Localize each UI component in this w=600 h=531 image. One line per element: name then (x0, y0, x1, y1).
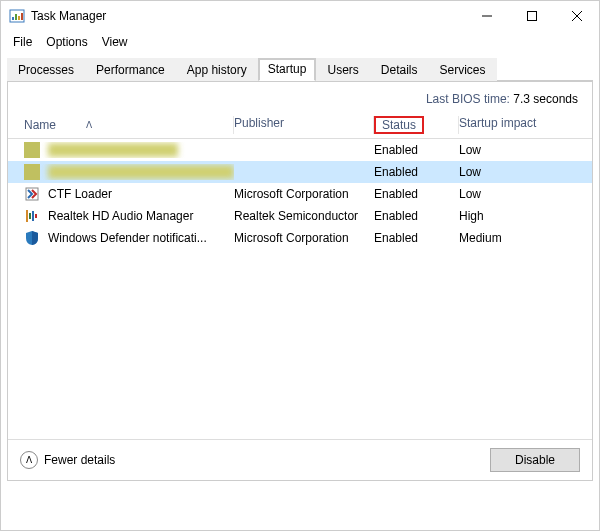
maximize-button[interactable] (509, 1, 554, 31)
tab-processes[interactable]: Processes (7, 58, 85, 81)
tab-app-history[interactable]: App history (176, 58, 258, 81)
footer: ᐱ Fewer details Disable (8, 439, 592, 480)
cell-status: Enabled (374, 187, 459, 201)
cell-impact: Low (459, 165, 592, 179)
svg-rect-6 (527, 12, 536, 21)
list-item[interactable]: CTF Loader Microsoft Corporation Enabled… (8, 183, 592, 205)
list-item[interactable]: Realtek HD Audio Manager Realtek Semicon… (8, 205, 592, 227)
task-manager-icon (9, 8, 25, 24)
cell-publisher: Realtek Semiconductor (234, 209, 374, 223)
svg-rect-10 (24, 164, 40, 180)
app-icon (24, 164, 40, 180)
tab-startup[interactable]: Startup (258, 58, 317, 81)
svg-rect-2 (15, 14, 17, 20)
defender-icon (24, 230, 40, 246)
sort-indicator-icon: ᐱ (86, 120, 92, 130)
startup-list: Enabled Low Enabled Low CTF Loader Micro… (8, 139, 592, 249)
list-item[interactable]: Windows Defender notificati... Microsoft… (8, 227, 592, 249)
redacted-name (48, 165, 234, 179)
audio-icon (24, 208, 40, 224)
cell-impact: Low (459, 143, 592, 157)
svg-rect-14 (32, 211, 34, 221)
svg-rect-1 (12, 17, 14, 20)
cell-status: Enabled (374, 143, 459, 157)
cell-impact: High (459, 209, 592, 223)
tab-performance[interactable]: Performance (85, 58, 176, 81)
cell-name: CTF Loader (48, 187, 112, 201)
cell-status: Enabled (374, 231, 459, 245)
column-name[interactable]: Name ᐱ (24, 116, 234, 134)
cell-name: Realtek HD Audio Manager (48, 209, 193, 223)
fewer-details-label: Fewer details (44, 453, 115, 467)
column-status[interactable]: Status (374, 116, 459, 134)
close-button[interactable] (554, 1, 599, 31)
chevron-up-icon: ᐱ (20, 451, 38, 469)
tab-details[interactable]: Details (370, 58, 429, 81)
svg-rect-4 (21, 13, 23, 20)
bios-value: 7.3 seconds (513, 92, 578, 106)
svg-rect-12 (26, 210, 28, 222)
bios-label: Last BIOS time: (426, 92, 510, 106)
svg-rect-9 (24, 142, 40, 158)
ctf-icon (24, 186, 40, 202)
svg-rect-15 (35, 214, 37, 218)
column-name-label: Name (24, 118, 56, 132)
cell-publisher: Microsoft Corporation (234, 187, 374, 201)
cell-impact: Medium (459, 231, 592, 245)
column-headers: Name ᐱ Publisher Status Startup impact (8, 112, 592, 139)
svg-rect-3 (18, 16, 20, 20)
fewer-details-button[interactable]: ᐱ Fewer details (20, 451, 115, 469)
cell-publisher: Microsoft Corporation (234, 231, 374, 245)
menu-options[interactable]: Options (40, 33, 93, 51)
menu-file[interactable]: File (7, 33, 38, 51)
content-area: Last BIOS time: 7.3 seconds Name ᐱ Publi… (7, 81, 593, 481)
window-title: Task Manager (31, 9, 464, 23)
cell-status: Enabled (374, 209, 459, 223)
menubar: File Options View (1, 31, 599, 53)
minimize-button[interactable] (464, 1, 509, 31)
redacted-name (48, 143, 178, 157)
tab-services[interactable]: Services (429, 58, 497, 81)
cell-name: Windows Defender notificati... (48, 231, 207, 245)
menu-view[interactable]: View (96, 33, 134, 51)
column-publisher[interactable]: Publisher (234, 116, 374, 134)
cell-status: Enabled (374, 165, 459, 179)
list-item[interactable]: Enabled Low (8, 161, 592, 183)
titlebar: Task Manager (1, 1, 599, 31)
cell-impact: Low (459, 187, 592, 201)
tab-users[interactable]: Users (316, 58, 369, 81)
list-item[interactable]: Enabled Low (8, 139, 592, 161)
svg-rect-13 (29, 213, 31, 219)
column-startup-impact[interactable]: Startup impact (459, 116, 592, 134)
disable-button[interactable]: Disable (490, 448, 580, 472)
column-status-label: Status (374, 116, 424, 134)
bios-time: Last BIOS time: 7.3 seconds (8, 82, 592, 112)
tabs: Processes Performance App history Startu… (7, 57, 593, 81)
app-icon (24, 142, 40, 158)
